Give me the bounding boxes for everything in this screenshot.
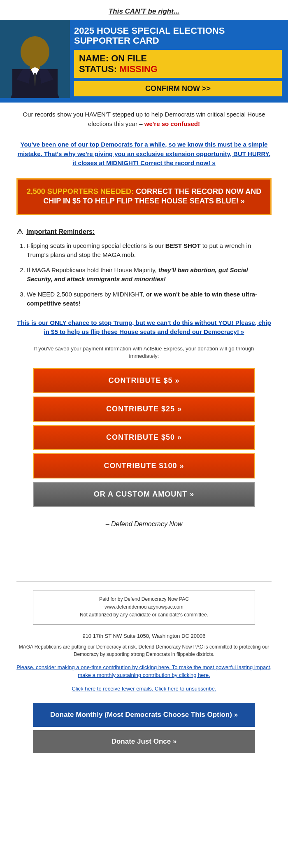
list-item: We NEED 2,500 supporters by MIDNIGHT, or… (27, 290, 272, 308)
sign-off: – Defend Democracy Now (0, 514, 288, 540)
orange-cta-box[interactable]: 2,500 SUPPORTERS NEEDED: CORRECT THE REC… (16, 178, 272, 215)
unsubscribe-text: to receive fewer emails. Click here to u… (95, 686, 216, 692)
contribute-50-button[interactable]: CONTRIBUTE $50 » (33, 425, 255, 450)
reminders-title: ⚠ Important Reminders: (16, 227, 272, 236)
list-item: Flipping seats in upcoming special elect… (27, 241, 272, 260)
cta-box-text: 2,500 SUPPORTERS NEEDED: CORRECT THE REC… (26, 187, 262, 206)
warning-icon: ⚠ (16, 227, 23, 236)
sustaining-link[interactable]: monthly sustaining contribution by click… (97, 672, 209, 678)
maga-disclaimer: MAGA Republicans are putting our Democra… (0, 641, 288, 660)
confirm-now-btn[interactable]: CONFIRM NOW >> (74, 81, 282, 96)
contribute-25-button[interactable]: CONTRIBUTE $25 » (33, 397, 255, 422)
bottom-cta-link[interactable]: This is our ONLY chance to stop Trump, b… (17, 319, 271, 336)
contribute-5-button[interactable]: CONTRIBUTE $5 » (33, 368, 255, 393)
cta-highlight: 2,500 SUPPORTERS NEEDED: (27, 187, 134, 196)
payment-notice: If you've saved your payment information… (0, 343, 288, 366)
footer-box: Paid for by Defend Democracy Now PAC www… (33, 590, 255, 625)
donate-once-button[interactable]: Donate Just Once » (33, 730, 255, 753)
hero-content: 2025 HOUSE SPECIAL ELECTIONS SUPPORTER C… (70, 20, 288, 103)
hero-banner: 2025 HOUSE SPECIAL ELECTIONS SUPPORTER C… (0, 20, 288, 103)
name-status-box: NAME: ON FILE STATUS: MISSING (74, 50, 282, 78)
hero-title: 2025 HOUSE SPECIAL ELECTIONS SUPPORTER C… (74, 26, 282, 46)
reminder-list: Flipping seats in upcoming special elect… (16, 241, 272, 308)
bottom-link-section: This is our ONLY chance to stop Trump, b… (0, 316, 288, 343)
divider (16, 581, 272, 582)
footer-address: 910 17th ST NW Suite 1050, Washington DC… (0, 629, 288, 641)
reminders-section: ⚠ Important Reminders: Flipping seats in… (0, 223, 288, 316)
donate-monthly-button[interactable]: Donate Monthly (Most Democrats Choose Th… (33, 703, 255, 727)
status-line: STATUS: MISSING (79, 64, 277, 75)
unsubscribe-section: Click here to receive fewer emails. Clic… (0, 683, 288, 699)
custom-amount-button[interactable]: OR A CUSTOM AMOUNT » (33, 482, 255, 507)
footer-links: Please, consider making a one-time contr… (0, 660, 288, 683)
hero-image (0, 20, 70, 103)
paid-for: Paid for by Defend Democracy Now PAC (38, 595, 250, 603)
one-time-link[interactable]: one-time contribution by clicking here (81, 664, 169, 670)
extension-link[interactable]: You've been one of our top Democrats for… (0, 136, 288, 174)
page-title: This CAN'T be right... (0, 0, 288, 20)
footer-website: www.defenddemocracynowpac.com (38, 603, 250, 611)
click-here-link[interactable]: Click here (72, 686, 95, 692)
person-photo (0, 20, 70, 98)
footer-disclaimer: Not authorized by any candidate or candi… (38, 611, 250, 619)
donate-buttons: CONTRIBUTE $5 » CONTRIBUTE $25 » CONTRIB… (0, 366, 288, 514)
list-item: If MAGA Republicans hold their House Maj… (27, 266, 272, 284)
confused-text: we're so confused! (144, 120, 200, 127)
svg-point-4 (21, 36, 49, 68)
intro-text: Our records show you HAVEN'T stepped up … (0, 103, 288, 136)
contribute-100-button[interactable]: CONTRIBUTE $100 » (33, 453, 255, 478)
name-line: NAME: ON FILE (79, 53, 277, 64)
bottom-buttons: Donate Monthly (Most Democrats Choose Th… (0, 699, 288, 765)
status-missing: MISSING (119, 64, 158, 74)
